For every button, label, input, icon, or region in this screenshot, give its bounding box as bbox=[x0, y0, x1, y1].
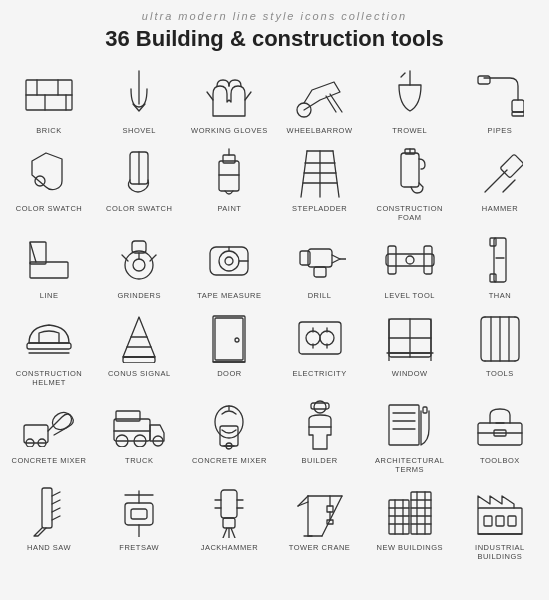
svg-rect-61 bbox=[490, 274, 496, 282]
icon-cell-concrete-mixer-1: CONCRETE MIXER bbox=[5, 392, 93, 477]
svg-line-122 bbox=[52, 508, 60, 512]
tape-measure-label: TAPE MEASURE bbox=[197, 291, 261, 300]
icon-cell-shovel: SHOVEL bbox=[95, 62, 183, 138]
svg-line-137 bbox=[231, 528, 235, 538]
toolbox-icon bbox=[466, 396, 534, 454]
toolbox-label: TOOLBOX bbox=[480, 456, 520, 465]
tape-measure-icon bbox=[195, 231, 263, 289]
construction-helmet-label: CONSTRUCTION HELMET bbox=[7, 369, 91, 387]
svg-rect-66 bbox=[123, 357, 155, 363]
line-label: LINE bbox=[40, 291, 59, 300]
builder-icon bbox=[286, 396, 354, 454]
construction-foam-icon bbox=[376, 144, 444, 202]
icon-cell-level-tool: LEVEL TOOL bbox=[366, 227, 454, 303]
icon-cell-working-gloves: WORKING GLOVES bbox=[185, 62, 273, 138]
icon-cell-concrete-mixer-2: CONCRETE MIXER bbox=[185, 392, 273, 477]
conus-signal-label: CONUS SIGNAL bbox=[108, 369, 171, 378]
svg-rect-57 bbox=[388, 246, 396, 274]
icon-cell-hammer: HAMMER bbox=[456, 140, 544, 225]
svg-rect-124 bbox=[125, 503, 153, 525]
new-buildings-icon bbox=[376, 483, 444, 541]
trowel-icon bbox=[376, 66, 444, 124]
svg-rect-21 bbox=[223, 155, 235, 163]
svg-rect-15 bbox=[478, 76, 490, 84]
svg-rect-63 bbox=[27, 343, 71, 349]
icon-cell-fretsaw: FRETSAW bbox=[95, 479, 183, 564]
door-icon bbox=[195, 309, 263, 367]
color-swatch-2-icon bbox=[105, 144, 173, 202]
conus-signal-icon bbox=[105, 309, 173, 367]
level-tool-icon bbox=[376, 231, 444, 289]
icon-cell-conus-signal: CONUS SIGNAL bbox=[95, 305, 183, 390]
svg-line-24 bbox=[301, 151, 307, 197]
icon-cell-tower-crane: TOWER CRANE bbox=[275, 479, 363, 564]
svg-line-141 bbox=[322, 496, 342, 536]
subtitle: ultra modern line style icons collection bbox=[142, 10, 407, 22]
icon-cell-jackhammer: JACKHAMMER bbox=[185, 479, 273, 564]
tower-crane-icon bbox=[286, 483, 354, 541]
truck-label: TRUCK bbox=[125, 456, 153, 465]
icon-cell-trowel: TROWEL bbox=[366, 62, 454, 138]
stepladder-label: STEPLADDER bbox=[292, 204, 347, 213]
hammer-label: HAMMER bbox=[482, 204, 518, 213]
svg-line-7 bbox=[207, 92, 213, 100]
page: ultra modern line style icons collection… bbox=[0, 0, 549, 600]
grinders-icon bbox=[105, 231, 173, 289]
than-label: THAN bbox=[489, 291, 511, 300]
icon-cell-architectural-terms: ARCHITECTURAL TERMS bbox=[366, 392, 454, 477]
svg-point-48 bbox=[225, 257, 233, 265]
svg-line-121 bbox=[52, 500, 60, 504]
builder-label: BUILDER bbox=[302, 456, 338, 465]
electricity-label: ELECTRICITY bbox=[292, 369, 346, 378]
concrete-mixer-2-label: CONCRETE MIXER bbox=[192, 456, 267, 465]
electricity-icon bbox=[286, 309, 354, 367]
icon-cell-door: DOOR bbox=[185, 305, 273, 390]
svg-line-13 bbox=[401, 73, 405, 77]
icon-cell-stepladder: STEPLADDER bbox=[275, 140, 363, 225]
new-buildings-label: NEW BUILDINGS bbox=[376, 543, 443, 552]
architectural-terms-label: ARCHITECTURAL TERMS bbox=[368, 456, 452, 474]
window-icon bbox=[376, 309, 444, 367]
svg-point-71 bbox=[235, 338, 239, 342]
svg-rect-16 bbox=[512, 112, 524, 116]
svg-rect-115 bbox=[478, 423, 522, 445]
icon-cell-color-swatch-1: COLOR SWATCH bbox=[5, 140, 93, 225]
jackhammer-icon bbox=[195, 483, 263, 541]
icon-cell-than: THAN bbox=[456, 227, 544, 303]
concrete-mixer-2-icon bbox=[195, 396, 263, 454]
working-gloves-icon bbox=[195, 66, 263, 124]
fretsaw-icon bbox=[105, 483, 173, 541]
icon-cell-drill: DRILL bbox=[275, 227, 363, 303]
svg-line-34 bbox=[485, 170, 507, 192]
svg-line-25 bbox=[333, 151, 339, 197]
icon-cell-industrial-buildings: INDUSTRIAL BUILDINGS bbox=[456, 479, 544, 564]
svg-rect-38 bbox=[30, 242, 46, 264]
fretsaw-label: FRETSAW bbox=[119, 543, 159, 552]
icon-cell-construction-helmet: CONSTRUCTION HELMET bbox=[5, 305, 93, 390]
svg-point-41 bbox=[133, 259, 145, 271]
working-gloves-label: WORKING GLOVES bbox=[191, 126, 268, 135]
icon-cell-pipes: PIPES bbox=[456, 62, 544, 138]
brick-label: BRICK bbox=[36, 126, 61, 135]
svg-rect-119 bbox=[42, 488, 52, 528]
icon-cell-hand-saw: HAND SAW bbox=[5, 479, 93, 564]
construction-helmet-icon bbox=[15, 309, 83, 367]
construction-foam-label: CONSTRUCTION FOAM bbox=[368, 204, 452, 222]
svg-rect-145 bbox=[327, 506, 333, 512]
svg-rect-129 bbox=[221, 490, 237, 518]
concrete-mixer-1-icon bbox=[15, 396, 83, 454]
industrial-buildings-label: INDUSTRIAL BUILDINGS bbox=[458, 543, 542, 561]
than-icon bbox=[466, 231, 534, 289]
icon-cell-construction-foam: CONSTRUCTION FOAM bbox=[366, 140, 454, 225]
svg-rect-147 bbox=[327, 520, 333, 524]
icon-cell-tools: TOOLS bbox=[456, 305, 544, 390]
icon-cell-new-buildings: NEW BUILDINGS bbox=[366, 479, 454, 564]
pipes-icon bbox=[466, 66, 534, 124]
svg-point-56 bbox=[406, 256, 414, 264]
svg-line-10 bbox=[326, 96, 336, 112]
svg-line-39 bbox=[30, 242, 36, 262]
door-label: DOOR bbox=[217, 369, 242, 378]
icon-cell-builder: BUILDER bbox=[275, 392, 363, 477]
svg-rect-14 bbox=[512, 100, 524, 112]
icon-cell-electricity: ELECTRICITY bbox=[275, 305, 363, 390]
